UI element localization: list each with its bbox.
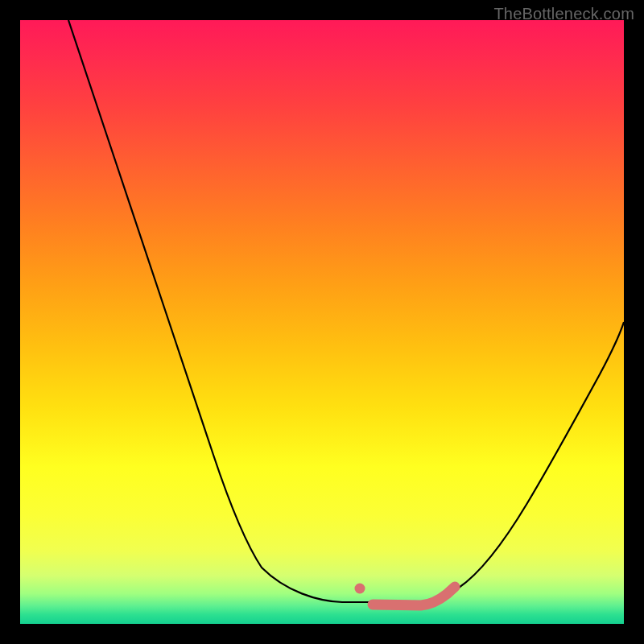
curve-layer [20,20,624,624]
optimum-highlight [355,584,456,606]
highlight-segment-icon [373,587,455,605]
plot-area [20,20,624,624]
bottleneck-curve-path [68,20,624,603]
highlight-dot-icon [355,584,365,594]
chart-container: TheBottleneck.com [0,0,644,644]
attribution-label: TheBottleneck.com [493,5,634,23]
